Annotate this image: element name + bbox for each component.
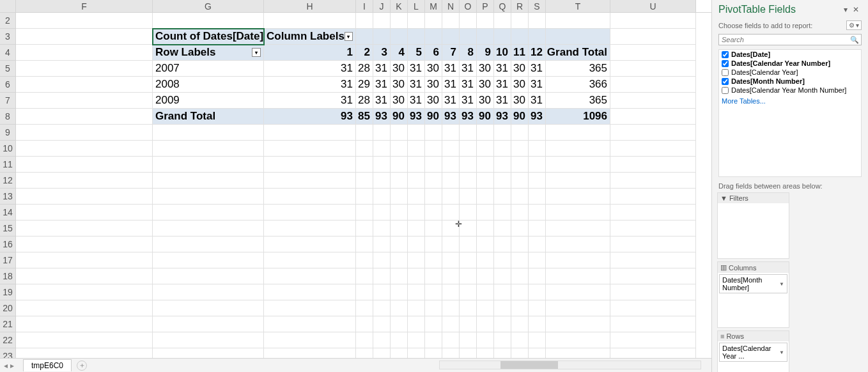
cell[interactable] xyxy=(511,29,529,45)
cell[interactable] xyxy=(391,268,408,284)
cell[interactable] xyxy=(460,125,477,141)
cell[interactable] xyxy=(610,125,696,141)
pivot-value[interactable]: 31 xyxy=(264,77,356,93)
cell[interactable] xyxy=(529,157,546,173)
cell[interactable] xyxy=(356,189,373,205)
cell[interactable] xyxy=(408,284,425,300)
row-header[interactable]: 10 xyxy=(0,141,16,157)
pivot-col-header[interactable]: 12 xyxy=(529,45,546,61)
column-header[interactable]: U xyxy=(610,0,696,12)
cell[interactable] xyxy=(408,189,425,205)
cell[interactable] xyxy=(391,221,408,236)
column-header[interactable]: L xyxy=(408,0,425,12)
pivot-col-total[interactable]: 93 xyxy=(494,109,511,125)
cell[interactable] xyxy=(529,221,546,236)
pivot-value[interactable]: 28 xyxy=(356,93,373,109)
cell[interactable] xyxy=(546,13,610,29)
pivot-value[interactable]: 31 xyxy=(408,93,425,109)
cell[interactable] xyxy=(16,300,153,316)
cell[interactable] xyxy=(425,252,442,268)
cell[interactable] xyxy=(16,173,153,189)
pivot-row-labels[interactable]: Row Labels▾ xyxy=(153,45,264,61)
pivot-col-header[interactable]: 7 xyxy=(442,45,460,61)
cell[interactable] xyxy=(477,173,494,189)
cell[interactable] xyxy=(511,13,529,29)
row-header[interactable]: 17 xyxy=(0,252,16,268)
pivot-value[interactable]: 30 xyxy=(477,77,494,93)
cell[interactable] xyxy=(477,189,494,205)
cell[interactable] xyxy=(264,13,356,29)
cell[interactable] xyxy=(494,29,511,45)
cell[interactable] xyxy=(153,332,264,348)
cell[interactable] xyxy=(408,141,425,157)
cell[interactable] xyxy=(16,284,153,300)
cell[interactable] xyxy=(408,29,425,45)
cell[interactable] xyxy=(373,221,391,236)
cell[interactable] xyxy=(529,316,546,332)
cell[interactable] xyxy=(511,205,529,221)
cell[interactable] xyxy=(408,252,425,268)
cell[interactable] xyxy=(442,316,460,332)
cell[interactable] xyxy=(494,316,511,332)
cell[interactable] xyxy=(16,268,153,284)
cell[interactable] xyxy=(153,268,264,284)
columns-area-item[interactable]: Dates[Month Number]▼ xyxy=(719,274,787,293)
vertical-scrollbar[interactable] xyxy=(704,0,711,358)
cell[interactable] xyxy=(546,157,610,173)
pivot-value[interactable]: 30 xyxy=(391,61,408,77)
cell[interactable] xyxy=(264,125,356,141)
cell[interactable] xyxy=(408,221,425,236)
cell[interactable] xyxy=(494,141,511,157)
cell[interactable] xyxy=(408,332,425,348)
pivot-col-header[interactable]: 10 xyxy=(494,45,511,61)
row-header[interactable]: 11 xyxy=(0,157,16,173)
cell[interactable] xyxy=(356,284,373,300)
pivot-value[interactable]: 31 xyxy=(460,61,477,77)
pivot-col-header[interactable]: 6 xyxy=(425,45,442,61)
pivot-col-header[interactable]: 4 xyxy=(391,45,408,61)
cell[interactable] xyxy=(610,268,696,284)
cell[interactable] xyxy=(264,221,356,236)
pivot-row-label[interactable]: 2008 xyxy=(153,77,264,93)
cell[interactable] xyxy=(529,284,546,300)
cell[interactable] xyxy=(425,284,442,300)
pivot-value[interactable]: 30 xyxy=(425,93,442,109)
cell[interactable] xyxy=(425,300,442,316)
cell[interactable] xyxy=(546,189,610,205)
cell[interactable] xyxy=(546,252,610,268)
cell[interactable] xyxy=(494,189,511,205)
field-checkbox[interactable] xyxy=(722,78,729,85)
pivot-value[interactable]: 31 xyxy=(529,61,546,77)
cell[interactable] xyxy=(546,348,610,358)
cell[interactable] xyxy=(264,316,356,332)
pivot-value[interactable]: 31 xyxy=(373,77,391,93)
cell[interactable] xyxy=(16,348,153,358)
row-header[interactable]: 22 xyxy=(0,332,16,348)
cell[interactable] xyxy=(356,173,373,189)
field-checkbox[interactable] xyxy=(722,69,729,76)
cell[interactable] xyxy=(391,332,408,348)
cell[interactable] xyxy=(546,125,610,141)
cell[interactable] xyxy=(546,205,610,221)
cell[interactable] xyxy=(153,13,264,29)
cell[interactable] xyxy=(494,157,511,173)
grid[interactable]: FGHIJKLMNOPQRSTU 23Count of Dates[Date]C… xyxy=(0,0,711,358)
cell[interactable] xyxy=(511,268,529,284)
pivot-value[interactable]: 31 xyxy=(264,61,356,77)
cell[interactable] xyxy=(264,252,356,268)
cell[interactable] xyxy=(610,61,696,77)
pivot-col-total[interactable]: 90 xyxy=(425,109,442,125)
cell[interactable] xyxy=(442,125,460,141)
pivot-value[interactable]: 30 xyxy=(511,61,529,77)
cell[interactable] xyxy=(264,348,356,358)
row-header[interactable]: 23 xyxy=(0,348,16,358)
pivot-column-labels[interactable]: Column Labels▾ xyxy=(264,29,356,45)
pivot-col-total[interactable]: 93 xyxy=(529,109,546,125)
column-header[interactable]: J xyxy=(373,0,391,12)
cell[interactable] xyxy=(460,236,477,252)
pivot-row-label[interactable]: 2007 xyxy=(153,61,264,77)
cell[interactable] xyxy=(425,13,442,29)
cell[interactable] xyxy=(373,189,391,205)
cell[interactable] xyxy=(494,268,511,284)
cell[interactable] xyxy=(610,13,696,29)
